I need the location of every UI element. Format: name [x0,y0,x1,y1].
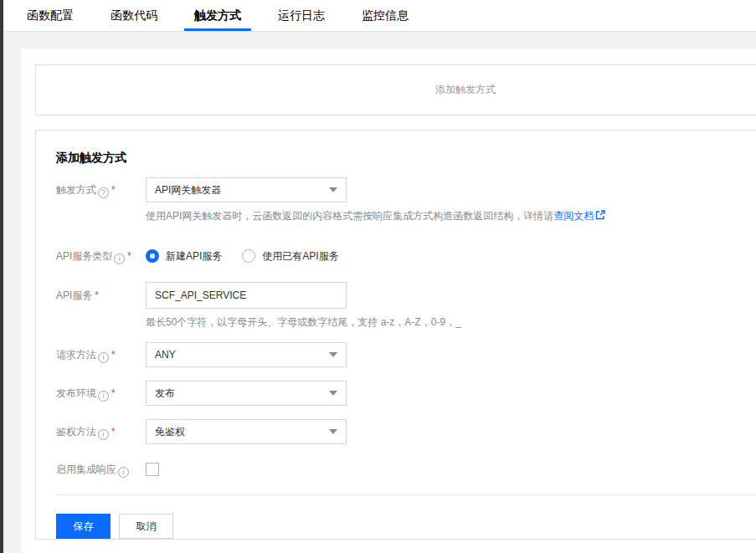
integrated-response-checkbox[interactable] [146,463,159,476]
cancel-button[interactable]: 取消 [119,514,173,539]
chevron-down-icon [329,391,337,396]
row-api-service: API服务* 最长50个字符，以字母开头、字母或数字结尾，支持 a-z，A-Z，… [56,282,756,329]
info-circle-icon[interactable]: i [114,253,125,264]
integrated-response-label: 启用集成响应i [56,463,146,478]
row-request-method: 请求方法i* ANY [56,342,756,367]
info-circle-icon[interactable]: i [98,391,109,402]
required-asterisk: * [111,387,116,399]
required-asterisk: * [111,184,116,196]
radio-selected-icon [146,249,159,263]
question-circle-icon[interactable]: ? [98,187,109,198]
row-auth-method: 鉴权方法i* 免鉴权 [56,419,756,444]
radio-existing-api-service[interactable]: 使用已有API服务 [242,249,338,264]
chevron-down-icon [329,187,337,192]
tab-function-config[interactable]: 函数配置 [17,0,84,31]
required-asterisk: * [111,349,116,361]
required-asterisk: * [127,250,131,262]
collapsed-sidebar-rail [0,0,3,553]
auth-method-label: 鉴权方法i* [56,419,146,444]
trigger-method-helper: 使用API网关触发器时，云函数返回的内容格式需按响应集成方式构造函数返回结构，详… [146,209,605,223]
request-method-label: 请求方法i* [56,342,146,367]
external-link-icon[interactable] [595,210,605,223]
tab-function-code[interactable]: 函数代码 [100,0,167,31]
row-integrated-response: 启用集成响应i [56,463,756,478]
api-service-helper: 最长50个字符，以字母开头、字母或数字结尾，支持 a-z，A-Z，0-9，_ [146,315,461,329]
api-service-label: API服务* [56,282,146,309]
trigger-method-select[interactable]: API网关触发器 [146,177,347,202]
tab-monitoring-info[interactable]: 监控信息 [352,0,419,31]
trigger-method-label: 触发方式?* [56,177,146,202]
radio-new-api-service[interactable]: 新建API服务 [146,249,222,264]
tab-bar: 函数配置 函数代码 触发方式 运行日志 监控信息 [3,0,756,32]
info-circle-icon[interactable]: i [118,467,129,478]
request-method-select[interactable]: ANY [146,342,347,367]
form-title: 添加触发方式 [56,151,756,166]
required-asterisk: * [95,289,99,301]
add-trigger-banner[interactable]: 添加触发方式 [35,64,756,115]
api-service-input[interactable] [146,282,347,309]
tab-trigger-method[interactable]: 触发方式 [184,0,251,31]
chevron-down-icon [329,352,337,357]
info-circle-icon[interactable]: i [98,429,109,440]
add-trigger-banner-label: 添加触发方式 [435,83,496,97]
required-asterisk: * [111,426,116,438]
release-env-label: 发布环境i* [56,381,146,406]
add-trigger-form: 添加触发方式 触发方式?* API网关触发器 使用API网关触发器时，云函数返回… [35,130,756,540]
chevron-down-icon [329,429,337,434]
release-env-select[interactable]: 发布 [146,381,347,406]
save-button[interactable]: 保存 [56,514,111,539]
row-api-service-type: API服务类型i* 新建API服务 使用已有API服务 [56,243,756,269]
api-service-type-label: API服务类型i* [56,243,146,269]
auth-method-select[interactable]: 免鉴权 [146,419,347,444]
tab-run-logs[interactable]: 运行日志 [268,0,335,31]
form-divider [56,494,756,495]
info-circle-icon[interactable]: i [98,352,109,363]
form-actions: 保存 取消 [56,514,756,539]
view-docs-link[interactable]: 查阅文档 [553,210,594,222]
row-release-env: 发布环境i* 发布 [56,381,756,406]
row-trigger-method: 触发方式?* API网关触发器 使用API网关触发器时，云函数返回的内容格式需按… [56,177,756,223]
radio-unselected-icon [242,249,255,263]
api-service-type-group: 新建API服务 使用已有API服务 [146,243,359,269]
content-panel: 添加触发方式 添加触发方式 触发方式?* API网关触发器 使用API网关触发器… [21,49,756,553]
